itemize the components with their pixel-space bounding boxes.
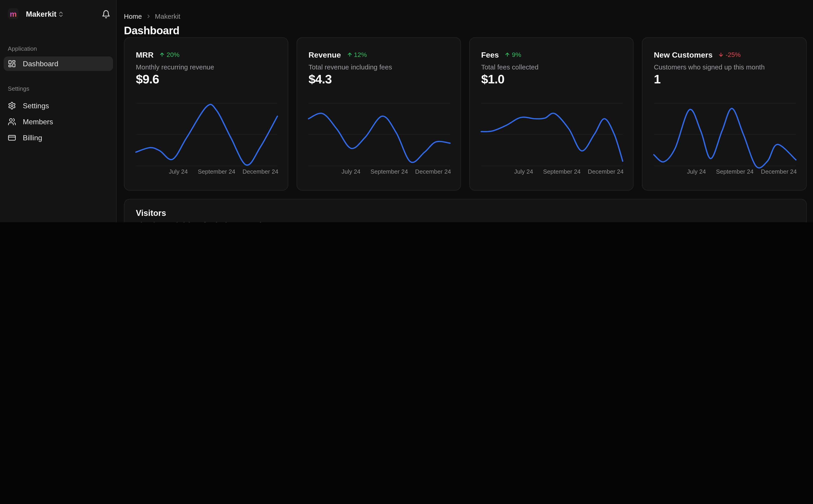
sidebar-item-label: Settings [23,101,49,110]
x-axis-labels: July 24September 24December 24 [654,168,796,177]
stat-title: New Customers [654,50,713,59]
visitors-card: Visitors Showing total visitors for the … [124,199,807,222]
app-window: m Makerkit Application Dashboard Setting… [0,0,813,222]
sidebar-item-label: Members [23,118,53,126]
stat-card-revenue: Revenue 12% Total revenue including fees… [297,37,461,191]
sparkline-chart [654,102,796,166]
trend-badge: 20% [159,51,179,58]
page-title: Dashboard [124,24,179,37]
stat-value: $9.6 [136,72,159,86]
arrow-up-icon [347,52,352,58]
stat-title: Revenue [309,50,341,59]
sidebar: m Makerkit Application Dashboard Setting… [0,0,117,222]
x-axis-labels: July 24September 24December 24 [481,168,623,177]
workspace-name: Makerkit [26,10,56,18]
credit-card-icon [8,134,16,142]
stat-subtitle: Total revenue including fees [309,63,392,71]
arrow-up-icon [504,52,510,58]
stat-card-new-customers: New Customers -25% Customers who signed … [642,37,807,191]
stat-subtitle: Customers who signed up this month [654,63,765,71]
sidebar-item-members[interactable]: Members [4,114,113,129]
sidebar-item-billing[interactable]: Billing [4,130,113,145]
section-label-application: Application [8,46,37,52]
gear-icon [8,101,16,110]
trend-badge: 9% [504,51,521,58]
arrow-down-icon [718,52,724,58]
trend-badge: 12% [347,51,367,58]
breadcrumb-home-link[interactable]: Home [124,12,142,20]
visitors-title: Visitors [136,209,166,218]
breadcrumb-current: Makerkit [155,12,180,20]
sparkline-chart [136,102,278,166]
stat-title: MRR [136,50,153,59]
breadcrumb: Home Makerkit [124,12,180,20]
makerkit-logo: m [8,8,19,19]
sidebar-item-label: Billing [23,134,42,142]
stat-value: $4.3 [309,72,332,86]
arrow-up-icon [159,52,165,58]
bell-icon[interactable] [101,10,110,19]
users-icon [8,118,16,126]
stat-value: 1 [654,72,661,86]
stat-value: $1.0 [481,72,504,86]
x-axis-labels: July 24September 24December 24 [309,168,450,177]
sparkline-chart [309,102,450,166]
x-axis-labels: July 24September 24December 24 [136,168,278,177]
stat-card-mrr: MRR 20% Monthly recurring revenue $9.6 J… [124,37,288,191]
sparkline-chart [481,102,623,166]
stat-subtitle: Monthly recurring revenue [136,63,214,71]
dashboard-icon [8,60,16,68]
stat-card-fees: Fees 9% Total fees collected $1.0 July 2… [469,37,634,191]
sidebar-item-settings[interactable]: Settings [4,98,113,113]
trend-badge: -25% [718,51,741,58]
stat-title: Fees [481,50,499,59]
visitors-subtitle: Showing total visitors for the last 6 mo… [136,221,267,222]
sidebar-item-label: Dashboard [23,60,58,68]
chevron-right-icon [145,13,151,19]
workspace-selector[interactable]: m Makerkit [0,0,117,27]
stat-subtitle: Total fees collected [481,63,538,71]
main-content: Home Makerkit Dashboard MRR 20% Monthly … [117,0,813,222]
chevrons-up-down-icon[interactable] [58,11,64,18]
section-label-settings: Settings [8,85,29,92]
sidebar-item-dashboard[interactable]: Dashboard [4,56,113,71]
